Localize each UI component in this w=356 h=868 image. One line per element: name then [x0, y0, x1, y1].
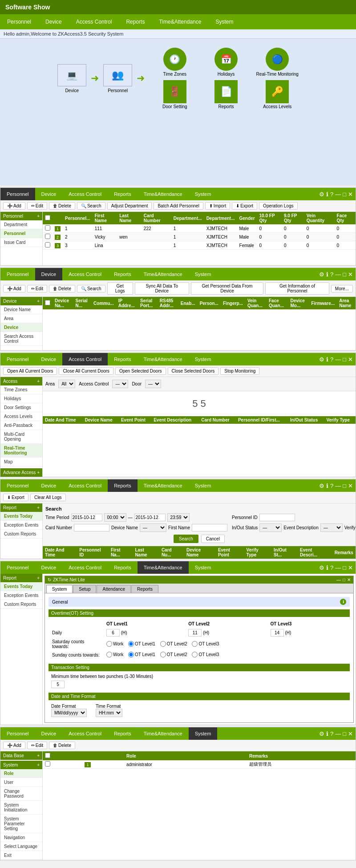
- d-help-icon[interactable]: ?: [330, 271, 333, 278]
- d-select-all[interactable]: [45, 300, 50, 305]
- ac-select[interactable]: —: [112, 380, 128, 388]
- sun-l2-radio[interactable]: [160, 652, 166, 657]
- tanav-system[interactable]: System: [189, 561, 218, 574]
- sys-btn-edit[interactable]: ✏ Edit: [27, 742, 47, 749]
- cancel-button[interactable]: Cancel: [201, 535, 225, 543]
- sys-btn-delete[interactable]: 🗑 Delete: [49, 742, 75, 749]
- nav-time-attendance[interactable]: Time&Attendance: [152, 14, 208, 29]
- sidebar-item-issue-card[interactable]: Issue Card: [0, 238, 42, 247]
- d-btn-edit[interactable]: ✏ Edit: [27, 285, 47, 292]
- sys-btn-add[interactable]: ➕ Add: [3, 742, 25, 749]
- sysnav-ta[interactable]: Time&Attendance: [138, 727, 189, 740]
- min-input[interactable]: [51, 681, 65, 688]
- rp-btn-clear[interactable]: Clear All Logs: [30, 494, 66, 501]
- acnav-access[interactable]: Access Control: [62, 353, 108, 365]
- ac-sidebar-map[interactable]: Map: [0, 458, 42, 466]
- sys-sidebar-changepass[interactable]: Change Password: [0, 787, 42, 801]
- ta-minimize-icon[interactable]: —: [335, 564, 341, 571]
- zktime-maximize[interactable]: □: [343, 577, 345, 582]
- sysnav-reports[interactable]: Reports: [108, 727, 138, 740]
- help-icon[interactable]: ?: [330, 191, 333, 198]
- d-btn-sync[interactable]: Sync All Data To Device: [135, 282, 189, 295]
- ac-btn-open-all[interactable]: Open All Current Doors: [3, 367, 57, 375]
- ta-sidebar-events[interactable]: Events Today: [0, 582, 42, 591]
- sidebar-device[interactable]: Device: [0, 323, 42, 332]
- sys-sidebar-lang[interactable]: Select Language: [0, 842, 42, 851]
- zktime-minimize[interactable]: —: [336, 577, 341, 582]
- ta-close-icon[interactable]: ✕: [348, 564, 353, 571]
- sys-close-icon[interactable]: ✕: [348, 730, 353, 737]
- sys-settings-icon[interactable]: ⚙: [319, 730, 324, 737]
- date-format-select[interactable]: MM/dd/yyyy: [51, 709, 87, 717]
- sat-work-radio[interactable]: [106, 641, 112, 647]
- tanav-access[interactable]: Access Control: [62, 561, 108, 574]
- d-minimize-icon[interactable]: —: [335, 271, 341, 278]
- pnav-device[interactable]: Device: [35, 188, 63, 200]
- door-select[interactable]: —: [145, 380, 161, 388]
- rpnav-system[interactable]: System: [189, 479, 218, 492]
- dnav-personnel[interactable]: Personnel: [0, 268, 35, 280]
- time-format-select[interactable]: HH:mm: [96, 709, 122, 717]
- d-close-icon[interactable]: ✕: [348, 271, 353, 278]
- zktime-tab-attendance[interactable]: Attendance: [97, 585, 131, 593]
- ac-btn-stop-monitor[interactable]: Stop Monitoring: [220, 367, 259, 375]
- dnav-access[interactable]: Access Control: [62, 268, 108, 280]
- sys-maximize-icon[interactable]: □: [343, 730, 346, 737]
- sat-l2-radio[interactable]: [160, 641, 166, 647]
- rp-settings-icon[interactable]: ⚙: [319, 483, 324, 489]
- pnav-system[interactable]: System: [189, 188, 218, 200]
- dnav-reports[interactable]: Reports: [108, 268, 138, 280]
- btn-search[interactable]: 🔍 Search: [77, 202, 105, 210]
- sysnav-device[interactable]: Device: [35, 727, 63, 740]
- tanav-ta[interactable]: Time&Attendance: [138, 561, 189, 574]
- pnav-reports[interactable]: Reports: [108, 188, 138, 200]
- ta-sidebar-custom[interactable]: Custom Reports: [0, 600, 42, 609]
- d-info-icon[interactable]: ℹ: [326, 271, 328, 278]
- ac-sidebar-holidays[interactable]: Holidays: [0, 394, 42, 403]
- ac-maximize-icon[interactable]: □: [343, 356, 346, 363]
- btn-op-logs[interactable]: Operation Logs: [259, 202, 297, 210]
- d-btn-delete[interactable]: 🗑 Delete: [49, 285, 75, 292]
- firstname-input[interactable]: [192, 524, 227, 531]
- row-checkbox[interactable]: [45, 234, 50, 239]
- inout-select[interactable]: —: [259, 523, 282, 532]
- close-icon[interactable]: ✕: [348, 191, 353, 198]
- sys-sidebar-exit[interactable]: Exit: [0, 851, 42, 860]
- rp-btn-export[interactable]: ⬇ Export: [3, 494, 28, 501]
- row-checkbox[interactable]: [45, 225, 50, 231]
- sys-sidebar-nav[interactable]: Navigation: [0, 833, 42, 842]
- to-time-select[interactable]: 23:59: [167, 513, 190, 522]
- sys-select-all[interactable]: [45, 753, 50, 758]
- sun-l3-radio[interactable]: [192, 652, 198, 657]
- to-date-input[interactable]: [134, 514, 166, 521]
- tanav-personnel[interactable]: Personnel: [0, 561, 35, 574]
- rpnav-reports[interactable]: Reports: [108, 479, 138, 492]
- ac-btn-open-selected[interactable]: Open Selected Doors: [115, 367, 166, 375]
- nav-device[interactable]: Device: [38, 14, 69, 29]
- rpnav-ta[interactable]: Time&Attendance: [138, 479, 189, 492]
- btn-edit[interactable]: ✏ Edit: [27, 202, 47, 210]
- d-btn-getpersonnel[interactable]: Get Personnel Data From Device: [191, 282, 263, 295]
- rpnav-personnel[interactable]: Personnel: [0, 479, 35, 492]
- zktime-close[interactable]: ✕: [347, 577, 351, 582]
- acnav-ta[interactable]: Time&Attendance: [138, 353, 189, 365]
- sat-l3-radio[interactable]: [192, 641, 198, 647]
- ac-sidebar-levels[interactable]: Access Levels: [0, 412, 42, 421]
- ot-l2-input[interactable]: [188, 629, 202, 637]
- rp-sidebar-events-today[interactable]: Events Today: [0, 512, 42, 521]
- rp-info-icon[interactable]: ℹ: [326, 483, 328, 489]
- d-btn-getinfo[interactable]: Get Information of Personnel: [265, 282, 329, 295]
- acnav-system[interactable]: System: [189, 353, 218, 365]
- ta-help-icon[interactable]: ?: [330, 564, 333, 571]
- search-button[interactable]: Search: [174, 535, 198, 543]
- rp-sidebar-exception[interactable]: Exception Events: [0, 521, 42, 530]
- ac-settings-icon[interactable]: ⚙: [319, 356, 324, 363]
- sys-help-icon[interactable]: ?: [330, 730, 333, 737]
- d-btn-add[interactable]: ➕ Add: [3, 285, 25, 292]
- pnav-access[interactable]: Access Control: [62, 188, 108, 200]
- sidebar-item-personnel[interactable]: Personnel: [0, 229, 42, 238]
- btn-export[interactable]: ⬇ Export: [232, 202, 257, 210]
- sidebar-area[interactable]: Area: [0, 314, 42, 323]
- zktime-tab-setup[interactable]: Setup: [73, 585, 96, 593]
- ac-sidebar-timezones[interactable]: Time Zones: [0, 385, 42, 394]
